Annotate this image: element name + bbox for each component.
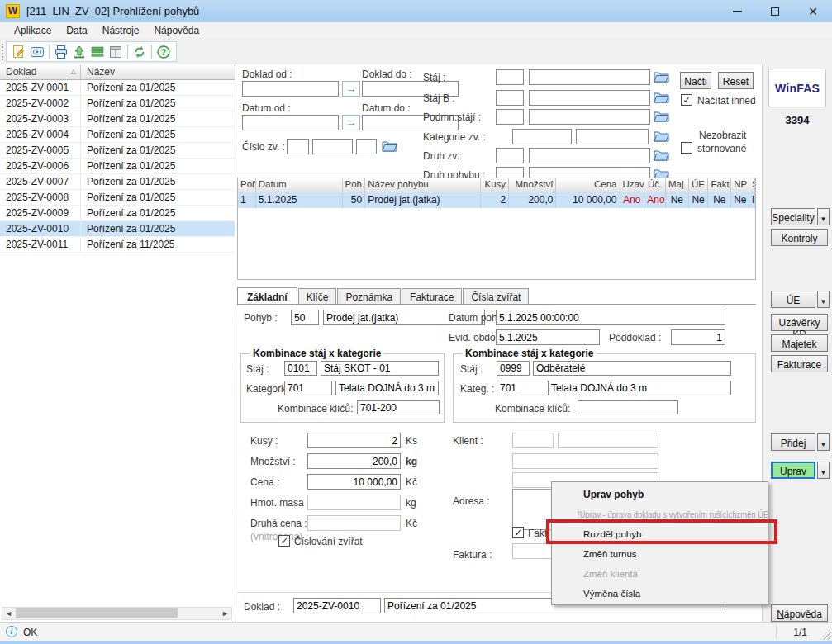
- menu-item-aplikace[interactable]: Aplikace: [7, 23, 59, 38]
- column-header-doklad[interactable]: Doklad△: [0, 64, 81, 79]
- folder-browse-icon[interactable]: [654, 70, 669, 83]
- nacti-button[interactable]: Načti: [680, 72, 711, 89]
- reset-button[interactable]: Reset: [718, 72, 754, 89]
- filter-druh-zv-code-input[interactable]: [496, 148, 524, 163]
- folder-browse-icon[interactable]: [654, 130, 669, 142]
- table-column-header[interactable]: Množství: [509, 178, 556, 192]
- preview-icon[interactable]: [28, 44, 46, 60]
- list-item[interactable]: 2025-ZV-0008Pořízení za 01/2025: [0, 190, 235, 206]
- speciality-button[interactable]: Speciality: [771, 208, 815, 225]
- pridej-dropdown-icon[interactable]: ▼: [817, 433, 830, 451]
- evid-obdobi-input[interactable]: [496, 329, 600, 345]
- list-icon[interactable]: [88, 44, 107, 60]
- filter-podmn-staj-code-input[interactable]: [496, 109, 524, 125]
- table-column-header[interactable]: Název pohybu: [365, 178, 481, 192]
- cena-input[interactable]: [307, 474, 401, 490]
- folder-browse-icon[interactable]: [654, 149, 669, 161]
- filter-cislo-zv-input-3[interactable]: [356, 139, 377, 154]
- pohyb-code-input[interactable]: [291, 310, 319, 325]
- kategorie-name-input[interactable]: [335, 381, 439, 395]
- help-icon[interactable]: ?: [155, 44, 173, 60]
- hmot-masa-input[interactable]: [307, 495, 401, 510]
- close-button[interactable]: ✕: [794, 0, 832, 22]
- kontroly-button[interactable]: Kontroly: [771, 229, 828, 246]
- kateg-name-input[interactable]: [548, 381, 731, 395]
- tab-fakturace[interactable]: Fakturace: [402, 288, 462, 305]
- table-column-header[interactable]: Poh.: [343, 178, 366, 192]
- nezobrazit-stornovane-checkbox[interactable]: [681, 142, 692, 154]
- speciality-dropdown-icon[interactable]: ▼: [817, 208, 830, 225]
- scroll-right-icon[interactable]: ►: [219, 608, 231, 619]
- context-menu-item[interactable]: Změň turnus: [552, 544, 768, 564]
- filter-staj-b-name-input[interactable]: [529, 90, 650, 106]
- columns-icon[interactable]: [107, 44, 125, 60]
- list-item[interactable]: 2025-ZV-0003Pořízení za 01/2025: [0, 111, 235, 127]
- list-item[interactable]: 2025-ZV-0009Pořízení za 01/2025: [0, 206, 235, 221]
- menu-item-data[interactable]: Data: [59, 23, 94, 38]
- scrollbar-thumb[interactable]: [16, 608, 178, 618]
- kateg-code-input[interactable]: [497, 381, 544, 395]
- filter-kategorie-code-input[interactable]: [512, 129, 572, 144]
- staj-code-input[interactable]: [284, 361, 317, 376]
- uprav-dropdown-icon[interactable]: ▼: [817, 462, 830, 479]
- resize-grip[interactable]: [820, 628, 831, 640]
- table-column-header[interactable]: Cena: [556, 178, 620, 192]
- filter-datum-od-input[interactable]: [242, 115, 339, 130]
- majetek-button[interactable]: Majetek: [771, 334, 828, 352]
- klient-name-input[interactable]: [558, 433, 658, 448]
- kombinace-klicu-input[interactable]: [578, 400, 678, 414]
- filter-podmn-staj-name-input[interactable]: [529, 109, 650, 125]
- menu-item-nápověda[interactable]: Nápověda: [146, 23, 207, 38]
- list-item[interactable]: 2025-ZV-0010Pořízení za 01/2025: [0, 221, 235, 237]
- nacitat-ihned-checkbox[interactable]: ✓: [681, 94, 692, 106]
- druha-cena-input[interactable]: [307, 515, 401, 531]
- staj-name-input[interactable]: [533, 361, 731, 376]
- filter-staj-b-code-input[interactable]: [496, 90, 524, 106]
- table-column-header[interactable]: Poř.: [238, 178, 256, 192]
- print-icon[interactable]: [52, 44, 70, 60]
- kategorie-code-input[interactable]: [284, 381, 332, 395]
- list-item[interactable]: 2025-ZV-0001Pořízení za 01/2025: [0, 80, 235, 96]
- poddoklad-input[interactable]: [671, 329, 725, 345]
- kombinace-klicu-input[interactable]: [357, 400, 440, 414]
- filter-kategorie-name-input[interactable]: [576, 129, 649, 144]
- filter-cislo-zv-input-2[interactable]: [312, 139, 353, 154]
- fakturace-button[interactable]: Fakturace: [771, 355, 828, 372]
- table-column-header[interactable]: Stor.: [749, 178, 755, 192]
- list-item[interactable]: 2025-ZV-0002Pořízení za 01/2025: [0, 96, 235, 111]
- staj-code-input[interactable]: [497, 361, 530, 376]
- doklad-code-input[interactable]: [293, 598, 381, 613]
- filter-staj-code-input[interactable]: [496, 69, 524, 85]
- table-column-header[interactable]: Úč.: [644, 178, 666, 192]
- context-menu-item[interactable]: Výměna čísla: [552, 584, 768, 604]
- copy-arrow-button[interactable]: →: [342, 115, 360, 130]
- table-column-header[interactable]: NP: [731, 178, 749, 192]
- table-column-header[interactable]: Maj.: [666, 178, 689, 192]
- tab-klíče[interactable]: Klíče: [298, 288, 337, 305]
- list-item[interactable]: 2025-ZV-0011Pořízení za 11/2025: [0, 237, 235, 253]
- tab-čísla-zvířat[interactable]: Čísla zvířat: [463, 288, 529, 305]
- filter-staj-name-input[interactable]: [529, 69, 650, 85]
- folder-browse-icon[interactable]: [654, 110, 669, 122]
- folder-browse-icon[interactable]: [382, 140, 397, 152]
- uprav-button[interactable]: Uprav: [771, 462, 815, 479]
- list-item[interactable]: 2025-ZV-0005Pořízení za 01/2025: [0, 143, 235, 159]
- mnozstvi-input[interactable]: [307, 453, 401, 469]
- ue-dropdown-icon[interactable]: ▼: [817, 291, 830, 308]
- context-menu-item[interactable]: Uprav pohyb: [552, 485, 768, 504]
- table-column-header[interactable]: Uzav.: [620, 178, 645, 192]
- edit-icon[interactable]: [10, 44, 28, 60]
- list-item[interactable]: 2025-ZV-0006Pořízení za 01/2025: [0, 159, 235, 174]
- klient-line2-input[interactable]: [512, 453, 658, 469]
- movements-table-row[interactable]: 15.1.202550Prodej jat.(jatka)2200,010 00…: [238, 192, 755, 208]
- fakturovat-checkbox[interactable]: ✓: [512, 527, 524, 538]
- copy-arrow-button[interactable]: →: [342, 81, 360, 97]
- table-column-header[interactable]: Fakt: [708, 178, 731, 192]
- pridej-button[interactable]: Přidej: [771, 433, 815, 451]
- maximize-button[interactable]: [756, 0, 794, 22]
- klient-code-input[interactable]: [512, 433, 554, 448]
- cislovani-zvirat-checkbox[interactable]: ✓: [278, 535, 290, 547]
- tab-základní[interactable]: Základní: [237, 287, 297, 305]
- datum-poh-input[interactable]: [496, 310, 725, 325]
- filter-cislo-zv-input-1[interactable]: [287, 139, 309, 154]
